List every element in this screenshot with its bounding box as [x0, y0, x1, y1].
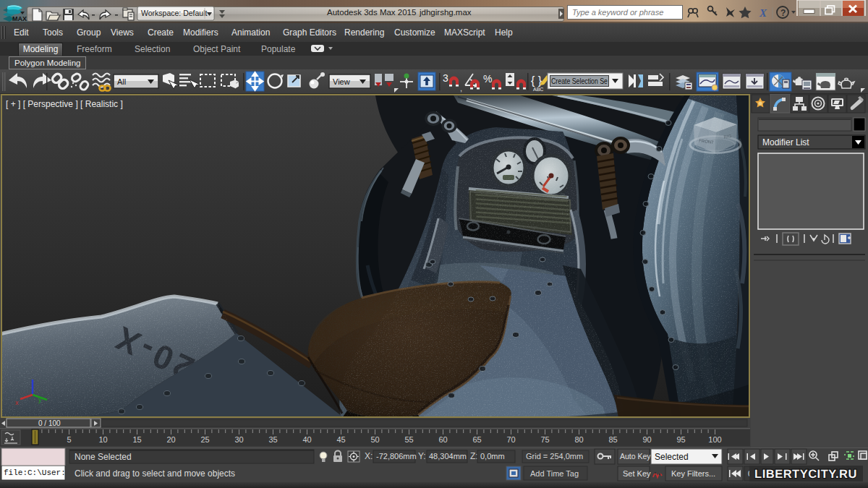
svg-text:85: 85 — [608, 435, 617, 444]
svg-text:X: X — [759, 7, 767, 19]
svg-text:80: 80 — [574, 435, 583, 444]
svg-text:40: 40 — [302, 435, 311, 444]
svg-text:30: 30 — [234, 435, 243, 444]
svg-text:100: 100 — [708, 435, 721, 444]
svg-text:file:C:\User:: file:C:\User: — [4, 468, 66, 477]
svg-text:Workspace: Default: Workspace: Default — [141, 9, 208, 17]
svg-text:5: 5 — [67, 435, 71, 444]
svg-text:35: 35 — [268, 435, 277, 444]
svg-text:Grid = 254,0mm: Grid = 254,0mm — [526, 452, 583, 461]
svg-text:3: 3 — [443, 72, 448, 84]
svg-text:0 / 100: 0 / 100 — [38, 419, 61, 427]
svg-text:20: 20 — [166, 435, 175, 444]
svg-text:55: 55 — [404, 435, 413, 444]
svg-text:45: 45 — [336, 435, 345, 444]
svg-text:LIBERTYCITY.RU: LIBERTYCITY.RU — [754, 468, 857, 481]
svg-text:jdhgirshg.max: jdhgirshg.max — [419, 8, 472, 17]
svg-text:70: 70 — [506, 435, 515, 444]
svg-text:75: 75 — [540, 435, 549, 444]
svg-text:48,304mm: 48,304mm — [429, 452, 467, 461]
svg-text:ABC: ABC — [533, 87, 543, 92]
svg-text:View: View — [333, 77, 350, 86]
svg-text:x: x — [15, 399, 19, 406]
svg-text:MAX: MAX — [12, 15, 27, 22]
svg-text:%: % — [483, 73, 492, 85]
svg-text:25: 25 — [200, 435, 209, 444]
svg-text:Selected: Selected — [655, 452, 689, 462]
svg-text:Auto Key: Auto Key — [620, 452, 651, 461]
svg-text:None Selected: None Selected — [75, 452, 132, 462]
svg-text:15: 15 — [132, 435, 141, 444]
svg-text:95: 95 — [676, 435, 685, 444]
svg-text:X:: X: — [365, 451, 373, 461]
svg-text:All: All — [117, 77, 126, 86]
svg-text:Add Time Tag: Add Time Tag — [530, 469, 579, 478]
svg-text:0,0mm: 0,0mm — [480, 452, 505, 461]
svg-text:-72,806mm: -72,806mm — [376, 452, 417, 461]
svg-text:60: 60 — [438, 435, 447, 444]
svg-text:50: 50 — [370, 435, 379, 444]
svg-text:Set Key: Set Key — [623, 469, 651, 478]
svg-text:y: y — [38, 396, 42, 403]
svg-text:?: ? — [780, 8, 786, 18]
svg-text:Key Filters...: Key Filters... — [671, 469, 715, 478]
svg-text:,: , — [460, 84, 462, 93]
svg-text:Modifier List: Modifier List — [762, 137, 809, 147]
svg-text:10: 10 — [98, 435, 107, 444]
svg-text:Autodesk 3ds Max 2015: Autodesk 3ds Max 2015 — [327, 8, 416, 17]
svg-text:90: 90 — [642, 435, 651, 444]
svg-text:Z:: Z: — [470, 451, 478, 461]
svg-text:65: 65 — [472, 435, 481, 444]
svg-text:Y:: Y: — [418, 451, 426, 461]
svg-text:Click and drag to select and m: Click and drag to select and move object… — [75, 468, 235, 479]
svg-text:Create Selection Se: Create Selection Se — [551, 77, 608, 85]
